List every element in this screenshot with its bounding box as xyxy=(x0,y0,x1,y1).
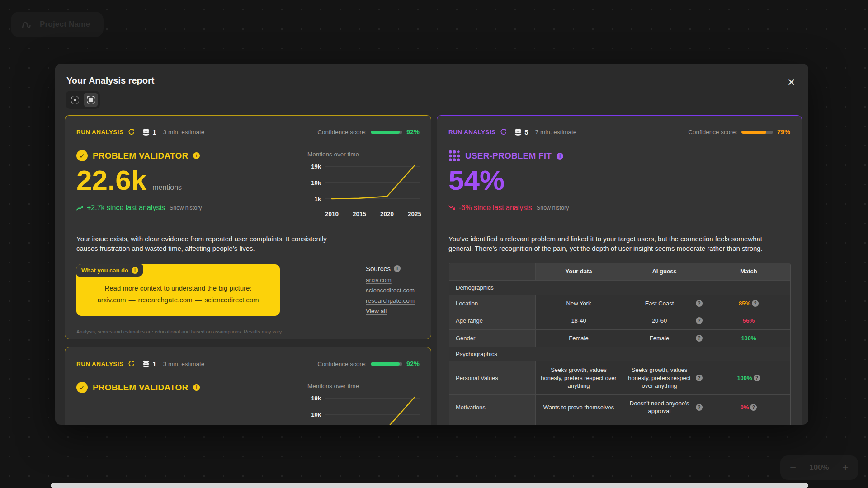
credits-cost: 1 xyxy=(142,128,156,136)
credits-cost: 1 xyxy=(142,360,156,368)
svg-text:2015: 2015 xyxy=(353,211,367,217)
source-link[interactable]: sciencedirect.com xyxy=(366,287,415,294)
horizontal-scrollbar[interactable] xyxy=(51,483,808,488)
wave-logo-icon xyxy=(21,19,33,29)
svg-text:19k: 19k xyxy=(311,395,321,402)
run-analysis-button[interactable]: RUN ANALYSIS xyxy=(76,128,135,136)
confidence-score: Confidence score: 79% xyxy=(688,128,790,136)
info-icon[interactable]: ? xyxy=(696,404,703,411)
table-header-cell: Match xyxy=(707,263,790,280)
table-row: MotivationsWants to prove themselvesDoes… xyxy=(449,394,790,420)
source-link[interactable]: arxiv.com xyxy=(366,277,415,283)
row-label-cell: Location xyxy=(449,295,535,312)
table-row: Age range18-4020-60?56% xyxy=(449,312,790,329)
svg-text:2025: 2025 xyxy=(408,211,421,217)
mentions-unit: mentions xyxy=(152,183,182,192)
refresh-icon xyxy=(128,360,135,367)
frame-large-icon xyxy=(87,96,95,104)
coins-icon xyxy=(514,128,522,136)
info-icon[interactable]: i xyxy=(132,267,138,274)
show-history-link[interactable]: Show history xyxy=(170,205,202,211)
your-data-cell: New York xyxy=(535,295,622,312)
info-icon[interactable]: i xyxy=(394,265,401,272)
ai-guess-cell: Enjoys writing, explores cultures, curio… xyxy=(622,420,707,425)
fit-view-button[interactable] xyxy=(67,93,82,107)
table-header-cell: Your data xyxy=(535,263,622,280)
zoom-in-button[interactable]: + xyxy=(842,462,849,473)
info-icon[interactable]: ? xyxy=(750,404,757,411)
match-cell: 0%? xyxy=(707,395,790,420)
close-icon[interactable]: ✕ xyxy=(787,77,796,88)
delta-since-last: -6% since last analysis xyxy=(459,204,532,212)
frame-small-icon xyxy=(71,96,79,104)
table-header-row: Your dataAI guessMatch xyxy=(449,263,790,280)
run-analysis-label: RUN ANALYSIS xyxy=(76,129,123,136)
coins-icon xyxy=(142,360,150,368)
mentions-line-chart: 19k10k1k2010201520202025 xyxy=(307,160,421,220)
table-row: GenderFemaleFemale?100% xyxy=(449,329,790,347)
info-icon[interactable]: ? xyxy=(696,375,703,381)
info-icon[interactable]: i xyxy=(193,152,200,159)
info-icon[interactable]: ? xyxy=(696,335,703,342)
info-icon[interactable]: ? xyxy=(696,317,703,324)
match-value: 85% xyxy=(739,300,750,308)
action-box-text: Read more context to understand the big … xyxy=(76,284,280,292)
check-circle-icon: ✓ xyxy=(76,382,88,393)
modal-title: Your Analysis report xyxy=(66,75,155,86)
refresh-icon xyxy=(500,128,507,136)
info-icon[interactable]: i xyxy=(557,153,563,160)
info-icon[interactable]: ? xyxy=(752,300,759,307)
match-cell: 100%? xyxy=(707,361,790,394)
svg-text:10k: 10k xyxy=(311,411,321,418)
match-cell: 80%? xyxy=(707,420,790,425)
match-value: 100% xyxy=(741,334,756,343)
match-value: 56% xyxy=(743,317,755,325)
mentions-count: 22.6k xyxy=(76,166,146,194)
zoom-out-button[interactable]: − xyxy=(790,462,796,473)
card-header: RUN ANALYSIS 1 3 min. estimate xyxy=(76,125,420,139)
row-label-cell: Age range xyxy=(449,312,535,329)
action-box-links: arxiv.com—researchgate.com—sciencedirect… xyxy=(76,296,280,304)
expand-view-button[interactable] xyxy=(84,93,98,107)
your-data-cell: Seeks growth, values honesty, prefers re… xyxy=(535,361,622,394)
mentions-chart: Mentions over time 19k10k1k2010201520202… xyxy=(307,383,421,425)
zoom-level-label: 100% xyxy=(809,463,829,472)
card-title: PROBLEM VALIDATOR xyxy=(93,383,188,393)
svg-text:2010: 2010 xyxy=(325,211,339,217)
ai-guess-cell: Female? xyxy=(622,330,707,347)
ai-guess-cell: East Coast? xyxy=(622,295,707,312)
project-pill[interactable]: Project Name xyxy=(11,12,104,37)
sources-panel: Sources i arxiv.com sciencedirect.com re… xyxy=(366,265,415,318)
action-link[interactable]: researchgate.com xyxy=(138,296,192,304)
confidence-value: 92% xyxy=(406,128,420,136)
action-link[interactable]: arxiv.com xyxy=(97,296,126,304)
coins-icon xyxy=(142,128,150,136)
ai-guess-text: Doesn't need anyone's approval xyxy=(627,399,692,415)
svg-text:19k: 19k xyxy=(311,163,321,170)
show-history-link[interactable]: Show history xyxy=(537,205,569,211)
run-analysis-button[interactable]: RUN ANALYSIS xyxy=(448,128,507,136)
view-all-sources-link[interactable]: View all xyxy=(366,308,415,314)
confidence-bar xyxy=(741,131,773,134)
info-icon[interactable]: ? xyxy=(754,375,760,381)
source-link[interactable]: researchgate.com xyxy=(366,297,415,304)
refresh-icon xyxy=(128,128,135,136)
confidence-score: Confidence score: 92% xyxy=(317,360,420,367)
info-icon[interactable]: i xyxy=(193,384,200,391)
action-box-tab: What you can do i xyxy=(76,264,143,277)
run-analysis-button[interactable]: RUN ANALYSIS xyxy=(76,360,135,367)
ai-guess-cell: Doesn't need anyone's approval? xyxy=(622,395,707,420)
info-icon[interactable]: ? xyxy=(696,300,703,307)
fit-table: Your dataAI guessMatchDemographicsLocati… xyxy=(449,263,791,425)
problem-validator-card: RUN ANALYSIS 1 3 min. estimate xyxy=(65,115,431,339)
time-estimate: 3 min. estimate xyxy=(163,129,205,136)
table-section-row: Psychographics xyxy=(449,347,790,361)
svg-text:2020: 2020 xyxy=(380,211,394,217)
ai-guess-text: 20-60 xyxy=(652,317,667,325)
action-link[interactable]: sciencedirect.com xyxy=(205,296,259,304)
your-data-cell: Enjoys reading, loves traveling, interes… xyxy=(535,420,622,425)
confidence-bar xyxy=(371,131,402,134)
ai-guess-text: Female xyxy=(650,334,669,343)
table-header-cell: AI guess xyxy=(622,263,707,280)
credits-cost: 5 xyxy=(514,128,528,136)
